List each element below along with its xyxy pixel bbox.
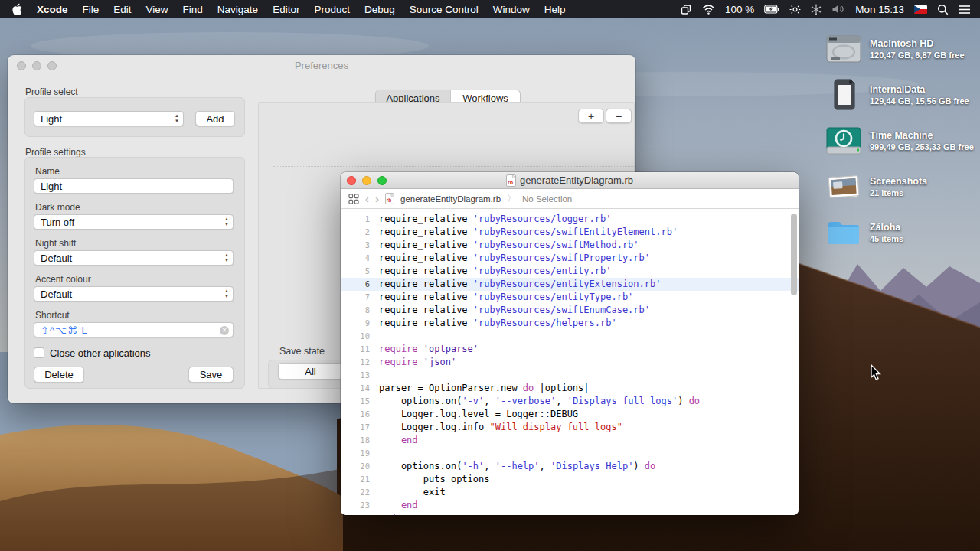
scrollbar-thumb[interactable] (791, 214, 797, 295)
clear-shortcut-icon[interactable]: ✕ (220, 326, 229, 335)
code-line[interactable]: 2require_relative 'rubyResources/swiftEn… (341, 226, 799, 239)
code-token: options.on( (379, 396, 462, 406)
code-line[interactable]: 12require 'json' (341, 356, 799, 369)
window-controls (347, 176, 387, 185)
code-line[interactable]: 6require_relative 'rubyResources/entityE… (341, 278, 799, 291)
dark-mode-dropdown[interactable]: Turn off ▲▼ (34, 214, 234, 230)
menu-item-xcode[interactable]: Xcode (37, 4, 68, 15)
code-token: exit (379, 487, 446, 497)
menu-bar-left: XcodeFileEditViewFindNavigateEditorProdu… (0, 3, 566, 16)
code-token: do (523, 383, 534, 393)
menu-item-help[interactable]: Help (544, 4, 566, 15)
battery-percentage[interactable]: 100 % (725, 4, 754, 15)
mouse-cursor (871, 364, 883, 384)
spotlight-search-icon[interactable] (937, 4, 949, 15)
close-button[interactable] (347, 176, 356, 185)
volume-muted-icon[interactable] (831, 4, 845, 15)
code-text: end (379, 499, 418, 512)
desktop-icon-záloha[interactable]: Záloha45 items (825, 210, 975, 256)
add-profile-button[interactable]: Add (195, 111, 235, 126)
code-token: 'optparse' (423, 344, 479, 354)
chevron-updown-icon: ▲▼ (175, 113, 179, 124)
close-other-apps-checkbox[interactable] (34, 347, 44, 358)
menu-item-window[interactable]: Window (493, 4, 530, 15)
menu-item-editor[interactable]: Editor (273, 4, 299, 15)
menu-item-view[interactable]: View (146, 4, 168, 15)
brightness-icon[interactable] (789, 4, 801, 15)
menu-item-product[interactable]: Product (314, 4, 350, 15)
code-line[interactable]: 15 options.on('-v', '--verbose', 'Displa… (341, 395, 799, 408)
code-line[interactable]: 19 (341, 447, 799, 460)
wifi-icon[interactable] (702, 4, 715, 15)
code-line[interactable]: 8require_relative 'rubyResources/swiftEn… (341, 304, 799, 317)
forward-chevron-icon[interactable]: › (375, 193, 379, 204)
code-line[interactable]: 22 exit (341, 486, 799, 499)
menu-item-debug[interactable]: Debug (364, 4, 395, 15)
battery-icon[interactable] (764, 5, 779, 14)
code-line[interactable]: 7require_relative 'rubyResources/entityT… (341, 291, 799, 304)
code-line[interactable]: 9require_relative 'rubyResources/helpers… (341, 317, 799, 330)
desktop-icon-internaldata[interactable]: InternalData129,44 GB, 15,56 GB free (825, 72, 975, 118)
add-workflow-button[interactable]: + (578, 109, 604, 123)
menu-item-navigate[interactable]: Navigate (217, 4, 258, 15)
profile-select-label: Profile select (25, 86, 78, 97)
code-token: require_relative (379, 305, 473, 315)
code-editor[interactable]: 1require_relative 'rubyResources/logger.… (341, 209, 799, 515)
code-line[interactable]: 11require 'optparse' (341, 343, 799, 356)
remove-workflow-button[interactable]: − (606, 109, 632, 123)
snowflake-icon[interactable] (811, 4, 822, 15)
menu-clock[interactable]: Mon 15:13 (855, 4, 904, 15)
menu-item-edit[interactable]: Edit (113, 4, 131, 15)
save-state-all-button[interactable]: All (278, 363, 343, 380)
save-button[interactable]: Save (188, 367, 234, 383)
shortcut-field[interactable]: ⇧^⌥⌘ L ✕ (34, 322, 234, 337)
breadcrumb-separator-icon: 〉 (507, 192, 516, 205)
code-line[interactable]: 1require_relative 'rubyResources/logger.… (341, 213, 799, 226)
xcode-title-bar[interactable]: rb generateEntityDiagram.rb (341, 172, 799, 189)
accent-colour-dropdown[interactable]: Default ▲▼ (34, 286, 234, 302)
line-number: 4 (341, 252, 370, 265)
code-line[interactable]: 17 Logger.log.info "Will display full lo… (341, 421, 799, 434)
apple-menu-icon[interactable] (11, 3, 22, 16)
desktop-icon-time-machine[interactable]: Time Machine999,49 GB, 253,33 GB free (825, 118, 975, 164)
code-line[interactable]: 13 (341, 369, 799, 382)
code-line[interactable]: 21 puts options (341, 473, 799, 486)
desktop-icon-details: 21 items (870, 187, 927, 198)
code-token: 'rubyResources/helpers.rb' (473, 318, 617, 328)
desktop-icon-details: 129,44 GB, 15,56 GB free (870, 96, 969, 106)
desktop-icon-macintosh-hd[interactable]: Macintosh HD120,47 GB, 6,87 GB free (825, 26, 975, 72)
menu-item-find[interactable]: Find (183, 4, 203, 15)
zoom-button[interactable] (377, 176, 387, 185)
breadcrumb-file[interactable]: generateEntityDiagram.rb (400, 194, 501, 204)
line-number: 3 (341, 239, 370, 252)
notification-center-icon[interactable] (959, 5, 971, 15)
menu-item-file[interactable]: File (83, 4, 100, 15)
czech-flag-icon[interactable] (914, 5, 927, 14)
related-items-icon[interactable] (348, 194, 359, 204)
code-line[interactable]: 5require_relative 'rubyResources/entity.… (341, 265, 799, 278)
windows-icon[interactable] (680, 4, 692, 15)
code-line[interactable]: 20 options.on('-h', '--help', 'Displays … (341, 460, 799, 473)
line-number: 17 (341, 421, 370, 434)
night-shift-dropdown[interactable]: Default ▲▼ (34, 250, 234, 266)
code-line[interactable]: 16 Logger.log.level = Logger::DEBUG (341, 408, 799, 421)
name-field[interactable]: Light (34, 178, 234, 194)
code-line[interactable]: 3require_relative 'rubyResources/swiftMe… (341, 239, 799, 252)
code-line[interactable]: 4require_relative 'rubyResources/swiftPr… (341, 252, 799, 265)
minimize-button[interactable] (362, 176, 371, 185)
menu-item-source-control[interactable]: Source Control (410, 4, 479, 15)
code-line[interactable]: 18 end (341, 434, 799, 447)
code-line[interactable]: 14parser = OptionParser.new do |options| (341, 382, 799, 395)
breadcrumb-selection[interactable]: No Selection (522, 194, 572, 204)
code-line[interactable]: 10 (341, 330, 799, 343)
xcode-editor-window: rb generateEntityDiagram.rb ‹ › rb gener… (341, 172, 799, 515)
code-line[interactable]: 23 end (341, 499, 799, 512)
code-line[interactable]: 24end (341, 512, 799, 515)
line-number: 9 (341, 317, 370, 330)
delete-button[interactable]: Delete (34, 367, 84, 383)
desktop-icon-screenshots[interactable]: Screenshots21 items (825, 164, 975, 210)
back-chevron-icon[interactable]: ‹ (365, 193, 369, 204)
profile-dropdown[interactable]: Light ▲▼ (34, 111, 184, 126)
desktop-icon-name: Screenshots (870, 176, 927, 187)
menu-bar-status: 100 % Mon 15:13 (680, 4, 980, 15)
